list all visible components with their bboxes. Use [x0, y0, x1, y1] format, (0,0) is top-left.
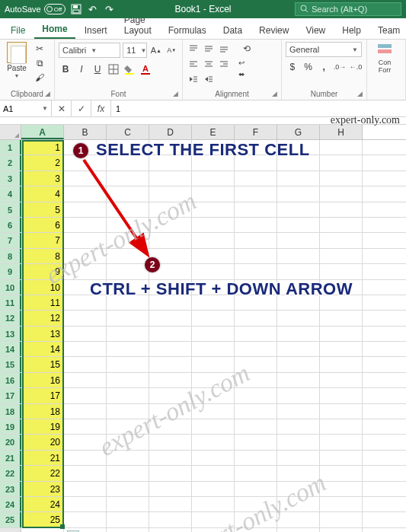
- cell[interactable]: [149, 404, 192, 419]
- cell[interactable]: 18: [21, 404, 64, 419]
- cell[interactable]: [64, 466, 107, 480]
- cell[interactable]: [149, 295, 192, 310]
- cell[interactable]: [64, 218, 107, 232]
- cell[interactable]: [277, 295, 320, 310]
- align-top-icon[interactable]: [187, 42, 200, 56]
- cell[interactable]: [320, 264, 363, 279]
- cell[interactable]: [320, 388, 363, 403]
- cell[interactable]: [277, 327, 320, 341]
- cut-icon[interactable]: ✂: [33, 42, 46, 56]
- cell[interactable]: [107, 512, 149, 527]
- bold-button[interactable]: B: [59, 62, 72, 76]
- orientation-icon[interactable]: ⟲: [238, 42, 255, 56]
- tab-formulas[interactable]: Formulas: [161, 21, 214, 39]
- cell[interactable]: [277, 435, 320, 449]
- cell[interactable]: 25: [21, 512, 64, 527]
- cell[interactable]: [192, 295, 235, 310]
- row-header[interactable]: 24: [0, 497, 21, 511]
- cell[interactable]: [277, 218, 320, 232]
- row-header[interactable]: 11: [0, 295, 21, 310]
- cell[interactable]: [235, 311, 277, 325]
- cell[interactable]: 2: [21, 155, 64, 170]
- cell[interactable]: [192, 451, 235, 465]
- cell[interactable]: [64, 171, 107, 186]
- cell[interactable]: [149, 155, 192, 170]
- cell[interactable]: [277, 233, 320, 247]
- name-box[interactable]: A1 ▼: [0, 100, 52, 116]
- row-header[interactable]: 25: [0, 512, 21, 527]
- row-header[interactable]: 23: [0, 482, 21, 496]
- cell[interactable]: [235, 249, 277, 263]
- column-header[interactable]: A: [21, 125, 64, 139]
- cell[interactable]: 9: [21, 264, 64, 279]
- cell[interactable]: [149, 249, 192, 263]
- cell[interactable]: [320, 528, 363, 532]
- column-header[interactable]: H: [320, 125, 363, 139]
- cell[interactable]: 11: [21, 295, 64, 310]
- cell[interactable]: [107, 249, 149, 263]
- align-bottom-icon[interactable]: [217, 42, 231, 56]
- cell[interactable]: [277, 482, 320, 496]
- merge-center-button[interactable]: ⬌: [238, 70, 255, 78]
- cell[interactable]: [107, 528, 149, 532]
- format-painter-icon[interactable]: 🖌: [33, 71, 46, 84]
- cell[interactable]: [192, 171, 235, 186]
- comma-format-icon[interactable]: ,: [317, 60, 331, 74]
- cell[interactable]: [235, 451, 277, 465]
- cell[interactable]: [320, 249, 363, 263]
- column-header[interactable]: D: [149, 125, 192, 139]
- row-header[interactable]: 12: [0, 311, 21, 325]
- cell[interactable]: [277, 512, 320, 527]
- enter-formula-icon[interactable]: ✓: [72, 100, 91, 116]
- cell[interactable]: [192, 264, 235, 279]
- cell[interactable]: [320, 280, 363, 295]
- cell[interactable]: [320, 451, 363, 465]
- cell[interactable]: [320, 218, 363, 232]
- decrease-decimal-icon[interactable]: ←.0: [349, 60, 363, 74]
- cell[interactable]: [64, 311, 107, 325]
- cell[interactable]: [64, 419, 107, 434]
- cell[interactable]: [277, 202, 320, 217]
- cell[interactable]: [277, 140, 320, 155]
- row-header[interactable]: 19: [0, 419, 21, 434]
- cell[interactable]: [320, 435, 363, 449]
- cell[interactable]: [107, 482, 149, 496]
- dialog-launcher-icon[interactable]: ◢: [357, 90, 363, 97]
- cell[interactable]: [320, 419, 363, 434]
- cell[interactable]: [64, 342, 107, 356]
- search-input[interactable]: Search (Alt+Q): [295, 2, 401, 16]
- cell[interactable]: [192, 233, 235, 247]
- cell[interactable]: [107, 202, 149, 217]
- cell[interactable]: [64, 388, 107, 403]
- cell[interactable]: 5: [21, 202, 64, 217]
- cell[interactable]: [320, 202, 363, 217]
- cell[interactable]: [235, 295, 277, 310]
- row-header[interactable]: 16: [0, 373, 21, 387]
- cell[interactable]: [235, 466, 277, 480]
- cell[interactable]: [277, 264, 320, 279]
- cell[interactable]: [235, 140, 277, 155]
- row-header[interactable]: 18: [0, 404, 21, 419]
- cell[interactable]: [192, 404, 235, 419]
- cell[interactable]: [64, 295, 107, 310]
- row-header[interactable]: 8: [0, 249, 21, 263]
- cell[interactable]: [107, 171, 149, 186]
- cell[interactable]: [235, 404, 277, 419]
- cell[interactable]: [149, 512, 192, 527]
- cell[interactable]: 22: [21, 466, 64, 480]
- cell[interactable]: 3: [21, 171, 64, 186]
- row-header[interactable]: 10: [0, 280, 21, 295]
- font-name-select[interactable]: Calibri ▼: [59, 43, 120, 58]
- decrease-indent-icon[interactable]: [187, 72, 200, 86]
- cell[interactable]: 21: [21, 451, 64, 465]
- cell[interactable]: [64, 155, 107, 170]
- cell[interactable]: [107, 233, 149, 247]
- font-size-select[interactable]: 11 ▼: [123, 43, 147, 58]
- cell[interactable]: 20: [21, 435, 64, 449]
- column-header[interactable]: B: [64, 125, 107, 139]
- cell[interactable]: [277, 528, 320, 532]
- cell[interactable]: [277, 311, 320, 325]
- cell[interactable]: 13: [21, 327, 64, 341]
- cell[interactable]: [320, 186, 363, 201]
- dialog-launcher-icon[interactable]: ◢: [45, 90, 50, 97]
